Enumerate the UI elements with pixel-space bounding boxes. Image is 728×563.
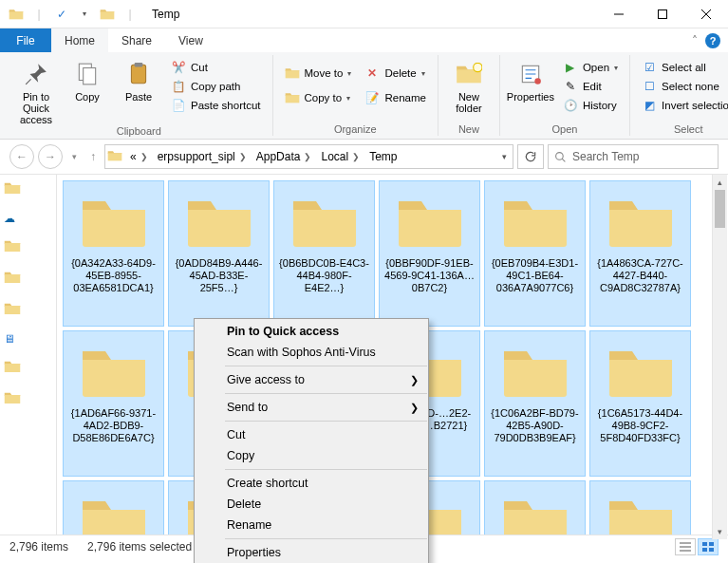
- close-button[interactable]: [684, 0, 728, 28]
- move-to-button[interactable]: Move to▾: [281, 65, 356, 82]
- navigation-pane[interactable]: ☁ 🖥: [0, 175, 57, 535]
- cm-properties[interactable]: Properties: [195, 542, 428, 563]
- folder-item[interactable]: [589, 480, 691, 535]
- cm-rename[interactable]: Rename: [195, 515, 428, 535]
- rename-button[interactable]: 📝Rename: [361, 89, 429, 106]
- folder-item[interactable]: {1AD6AF66-9371-4AD2-BDB9-D58E86DE6A7C}: [63, 330, 164, 477]
- cm-scan-sophos[interactable]: Scan with Sophos Anti-Virus: [195, 342, 428, 363]
- folder-item[interactable]: {1A4863CA-727C-4427-B440-C9AD8C32787A}: [589, 180, 691, 327]
- folder-icon: [501, 493, 569, 535]
- cut-button[interactable]: ✂️Cut: [167, 59, 265, 76]
- folder-item[interactable]: [63, 480, 164, 535]
- cm-create-shortcut[interactable]: Create shortcut: [195, 473, 428, 494]
- selection-count: 2,796 items selected: [87, 540, 192, 554]
- svg-rect-2: [84, 68, 96, 84]
- svg-rect-12: [709, 548, 714, 552]
- cm-send-to[interactable]: Send to❯: [195, 397, 428, 418]
- folder-icon: [107, 148, 124, 165]
- folder-item[interactable]: {0A342A33-64D9-45EB-8955-03EA6581DCA1}: [63, 180, 164, 327]
- copy-button[interactable]: Copy: [65, 55, 110, 114]
- folder-item[interactable]: {0B6BDC0B-E4C3-44B4-980F-E4E2…}: [273, 180, 375, 327]
- new-folder-button[interactable]: New folder: [446, 55, 492, 114]
- large-icons-view-button[interactable]: [698, 538, 719, 555]
- back-button[interactable]: ←: [9, 144, 34, 169]
- edit-icon: ✎: [563, 79, 578, 94]
- chevron-down-icon: ▾: [614, 64, 618, 72]
- paste-shortcut-button[interactable]: 📄Paste shortcut: [167, 97, 265, 114]
- folder-name: {1C6A5173-44D4-49B8-9CF2-5F8D40FD33FC}: [594, 407, 686, 444]
- properties-button[interactable]: Properties: [508, 55, 553, 114]
- scroll-down-icon[interactable]: ▾: [713, 524, 727, 539]
- folder-item[interactable]: {1C06A2BF-BD79-42B5-A90D-79D0DB3B9EAF}: [484, 330, 586, 477]
- select-all-button[interactable]: ☑Select all: [638, 59, 728, 76]
- path-segment[interactable]: «❯: [126, 150, 152, 163]
- path-dropdown-icon[interactable]: ▾: [498, 152, 511, 161]
- cm-copy[interactable]: Copy: [195, 445, 428, 466]
- search-input[interactable]: Search Temp: [548, 144, 719, 169]
- forward-button[interactable]: →: [38, 144, 63, 169]
- cm-cut[interactable]: Cut: [195, 424, 428, 445]
- history-button[interactable]: 🕑History: [559, 97, 622, 114]
- details-view-button[interactable]: [675, 538, 696, 555]
- open-button[interactable]: ▶Open▾: [559, 59, 622, 76]
- file-tab[interactable]: File: [0, 28, 51, 52]
- cm-delete[interactable]: Delete: [195, 494, 428, 515]
- menu-separator: [225, 538, 427, 539]
- search-icon: [554, 151, 567, 163]
- copy-path-button[interactable]: 📋Copy path: [167, 78, 265, 95]
- properties-icon: [515, 59, 546, 89]
- refresh-button[interactable]: [517, 144, 544, 169]
- copyto-icon: [285, 90, 300, 105]
- item-count: 2,796 items: [9, 540, 68, 554]
- folder-icon: [396, 193, 464, 250]
- paste-icon: [123, 59, 154, 89]
- breadcrumb[interactable]: «❯ erpsupport_sipl❯ AppData❯ Local❯ Temp…: [104, 144, 513, 169]
- folder-item[interactable]: {0ADD84B9-A446-45AD-B33E-25F5…}: [168, 180, 270, 327]
- scroll-up-icon[interactable]: ▴: [713, 175, 727, 190]
- svg-rect-10: [709, 542, 714, 546]
- folder-item[interactable]: {0EB709B4-E3D1-49C1-BE64-036A7A9077C6}: [484, 180, 586, 327]
- folder-name: {1C06A2BF-BD79-42B5-A90D-79D0DB3B9EAF}: [489, 407, 581, 444]
- path-segment[interactable]: erpsupport_sipl❯: [154, 150, 251, 163]
- folder-icon: [80, 193, 148, 250]
- recent-locations-button[interactable]: ▾: [66, 144, 82, 169]
- pin-to-quick-access-button[interactable]: Pin to Quick access: [13, 55, 59, 125]
- vertical-scrollbar[interactable]: ▴ ▾: [712, 175, 727, 539]
- ribbon-tabs: File Home Share View ˄ ?: [0, 28, 728, 52]
- share-tab[interactable]: Share: [108, 28, 165, 52]
- folder-item[interactable]: {1C6A5173-44D4-49B8-9CF2-5F8D40FD33FC}: [589, 330, 691, 477]
- menu-separator: [225, 366, 427, 366]
- paste-button[interactable]: Paste: [116, 55, 161, 114]
- copy-to-button[interactable]: Copy to▾: [281, 89, 356, 106]
- qat-separator: |: [121, 6, 139, 23]
- path-segment[interactable]: Temp: [365, 150, 401, 163]
- cm-give-access-to[interactable]: Give access to❯: [195, 369, 428, 390]
- svg-rect-4: [135, 63, 143, 66]
- menu-separator: [225, 469, 427, 470]
- view-tab[interactable]: View: [165, 28, 216, 52]
- folder-item[interactable]: [484, 480, 586, 535]
- delete-button[interactable]: ✕Delete▾: [361, 65, 429, 82]
- context-menu: Pin to Quick access Scan with Sophos Ant…: [194, 318, 429, 563]
- scrollbar-thumb[interactable]: [715, 190, 725, 228]
- path-segment[interactable]: AppData❯: [252, 150, 316, 163]
- edit-button[interactable]: ✎Edit: [559, 78, 622, 95]
- cm-pin-to-quick-access[interactable]: Pin to Quick access: [195, 321, 428, 342]
- svg-point-5: [474, 63, 482, 71]
- minimize-button[interactable]: [597, 0, 641, 28]
- up-button[interactable]: ↑: [85, 144, 101, 169]
- folder-icon: [4, 359, 52, 377]
- select-none-button[interactable]: ☐Select none: [638, 78, 728, 95]
- checkmark-icon[interactable]: ✓: [53, 6, 70, 23]
- submenu-arrow-icon: ❯: [410, 374, 419, 386]
- home-tab[interactable]: Home: [51, 28, 108, 52]
- invert-selection-button[interactable]: ◩Invert selection: [638, 97, 728, 114]
- maximize-button[interactable]: [641, 0, 684, 28]
- collapse-ribbon-icon[interactable]: ˄: [692, 34, 698, 47]
- open-icon: ▶: [563, 60, 578, 75]
- qat-dropdown-icon[interactable]: ▾: [76, 6, 93, 23]
- folder-item[interactable]: {0BBF90DF-91EB-4569-9C41-136A…0B7C2}: [379, 180, 480, 327]
- shortcut-icon: 📄: [171, 98, 186, 113]
- path-segment[interactable]: Local❯: [317, 150, 364, 163]
- help-icon[interactable]: ?: [705, 33, 720, 48]
